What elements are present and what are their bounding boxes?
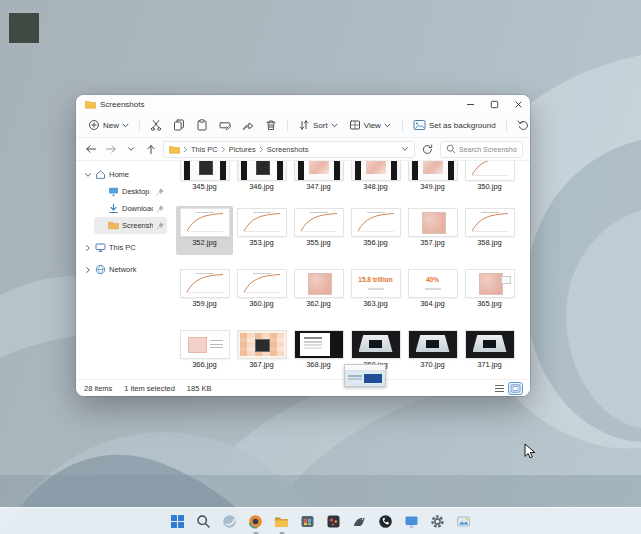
- breadcrumb-item[interactable]: Pictures: [229, 145, 256, 154]
- breadcrumb-item[interactable]: Screenshots: [267, 145, 309, 154]
- file-tile[interactable]: 368.jpg: [290, 328, 347, 377]
- delete-button[interactable]: [260, 117, 282, 133]
- titlebar[interactable]: Screenshots: [76, 95, 530, 113]
- sidebar-item-home[interactable]: Home: [81, 166, 167, 183]
- next-row-partial-thumbnail: [344, 364, 386, 387]
- chevron-down-icon[interactable]: [84, 172, 92, 178]
- file-thumbnail: 15.8 trillion: [352, 270, 400, 297]
- taskbar-display-app-icon[interactable]: [403, 513, 420, 530]
- sidebar-item-screenshots[interactable]: Screenshots: [94, 217, 167, 234]
- back-button[interactable]: [83, 143, 98, 155]
- taskbar-browser-icon[interactable]: [247, 513, 264, 530]
- desktop: Screenshots New Sort: [0, 0, 641, 534]
- taskbar-file-explorer-icon[interactable]: [273, 513, 290, 530]
- refresh-button[interactable]: [420, 144, 435, 155]
- new-button[interactable]: New: [83, 117, 134, 133]
- address-dropdown-chevron[interactable]: [401, 146, 409, 152]
- file-tile[interactable]: 349.jpg: [404, 161, 461, 194]
- forward-icon: [105, 143, 117, 155]
- file-tile[interactable]: 347.jpg: [290, 161, 347, 194]
- file-name: 347.jpg: [306, 182, 331, 191]
- chevron-right-icon[interactable]: [84, 244, 92, 252]
- up-button[interactable]: [143, 143, 158, 155]
- paste-button[interactable]: [191, 117, 213, 133]
- view-button[interactable]: View: [344, 117, 396, 133]
- view-icon: [349, 119, 361, 131]
- file-thumbnail: [238, 161, 286, 180]
- sidebar-item-this-pc[interactable]: This PC: [81, 239, 167, 256]
- file-tile[interactable]: 367.jpg: [233, 328, 290, 377]
- file-name: 358.jpg: [477, 238, 502, 247]
- file-tile[interactable]: 346.jpg: [233, 161, 290, 194]
- file-tile[interactable]: 40% 364.jpg: [404, 267, 461, 316]
- file-tile[interactable]: 353.jpg: [233, 206, 290, 255]
- sort-button[interactable]: Sort: [293, 117, 343, 133]
- taskbar-phone-app-icon[interactable]: [377, 513, 394, 530]
- downloads-icon: [108, 203, 119, 214]
- files-grid: 345.jpg 346.jpg 347.jpg 348.jpg 349.jpg …: [170, 161, 530, 379]
- file-tile[interactable]: 356.jpg: [347, 206, 404, 255]
- thumbnail-text: 40%: [409, 276, 457, 283]
- up-icon: [145, 143, 157, 155]
- file-thumbnail: [409, 161, 457, 180]
- file-tile[interactable]: 15.8 trillion 363.jpg: [347, 267, 404, 316]
- list-view-icon: [494, 384, 505, 393]
- file-explorer-window: Screenshots New Sort: [76, 95, 530, 396]
- rotate-left-button[interactable]: Rotate left: [512, 117, 530, 133]
- taskbar-dark-bird-app-icon[interactable]: [351, 513, 368, 530]
- file-tile[interactable]: 371.jpg: [461, 328, 518, 377]
- file-thumbnail: [238, 331, 286, 358]
- copy-button[interactable]: [168, 117, 190, 133]
- taskbar-store-icon[interactable]: [299, 513, 316, 530]
- sidebar-item-network[interactable]: Network: [81, 261, 167, 278]
- file-tile[interactable]: 350.jpg: [461, 161, 518, 194]
- file-thumbnail: [409, 209, 457, 236]
- file-tile[interactable]: 359.jpg: [176, 267, 233, 316]
- file-tile[interactable]: 355.jpg: [290, 206, 347, 255]
- file-name: 353.jpg: [249, 238, 274, 247]
- file-tile[interactable]: 352.jpg: [176, 206, 233, 255]
- thumbnail-view-toggle[interactable]: [509, 383, 522, 394]
- file-thumbnail: 40%: [409, 270, 457, 297]
- taskbar-start-icon[interactable]: [169, 513, 186, 530]
- recent-locations-button[interactable]: [123, 146, 138, 152]
- maximize-button[interactable]: [482, 95, 506, 113]
- rename-button[interactable]: [214, 117, 236, 133]
- search-box[interactable]: [440, 141, 523, 158]
- taskbar-paint-app-icon[interactable]: [325, 513, 342, 530]
- sidebar-item-desktop[interactable]: Desktop: [94, 183, 167, 200]
- taskbar-search-icon[interactable]: [195, 513, 212, 530]
- file-tile[interactable]: 360.jpg: [233, 267, 290, 316]
- file-tile[interactable]: 370.jpg: [404, 328, 461, 377]
- close-button[interactable]: [506, 95, 530, 113]
- breadcrumb-item[interactable]: This PC: [191, 145, 218, 154]
- search-input[interactable]: [459, 146, 517, 153]
- file-tile[interactable]: 366.jpg: [176, 328, 233, 377]
- taskbar-photos-app-icon[interactable]: [455, 513, 472, 530]
- file-tile[interactable]: 345.jpg: [176, 161, 233, 194]
- taskbar-copilot-icon[interactable]: [221, 513, 238, 530]
- file-tile[interactable]: 365.jpg: [461, 267, 518, 316]
- sidebar-item-downloads[interactable]: Downloads: [94, 200, 167, 217]
- chevron-right-icon[interactable]: [84, 266, 92, 274]
- pin-icon: [156, 205, 164, 213]
- sidebar-item-label: Desktop: [122, 187, 150, 196]
- file-tile[interactable]: 362.jpg: [290, 267, 347, 316]
- set-as-background-button[interactable]: Set as background: [408, 117, 501, 133]
- cut-button[interactable]: [145, 117, 167, 133]
- sidebar-item-label: Network: [109, 265, 137, 274]
- details-view-toggle[interactable]: [493, 383, 506, 394]
- copy-icon: [173, 119, 185, 131]
- minimize-button[interactable]: [458, 95, 482, 113]
- forward-button[interactable]: [103, 143, 118, 155]
- file-tile[interactable]: 357.jpg: [404, 206, 461, 255]
- taskbar-settings-icon[interactable]: [429, 513, 446, 530]
- file-thumbnail: [466, 209, 514, 236]
- file-tile[interactable]: 358.jpg: [461, 206, 518, 255]
- window-title: Screenshots: [100, 100, 144, 109]
- file-tile[interactable]: 348.jpg: [347, 161, 404, 194]
- file-thumbnail: [466, 270, 514, 297]
- address-bar[interactable]: This PCPicturesScreenshots: [163, 141, 415, 158]
- share-button[interactable]: [237, 117, 259, 133]
- file-name: 368.jpg: [306, 360, 331, 369]
